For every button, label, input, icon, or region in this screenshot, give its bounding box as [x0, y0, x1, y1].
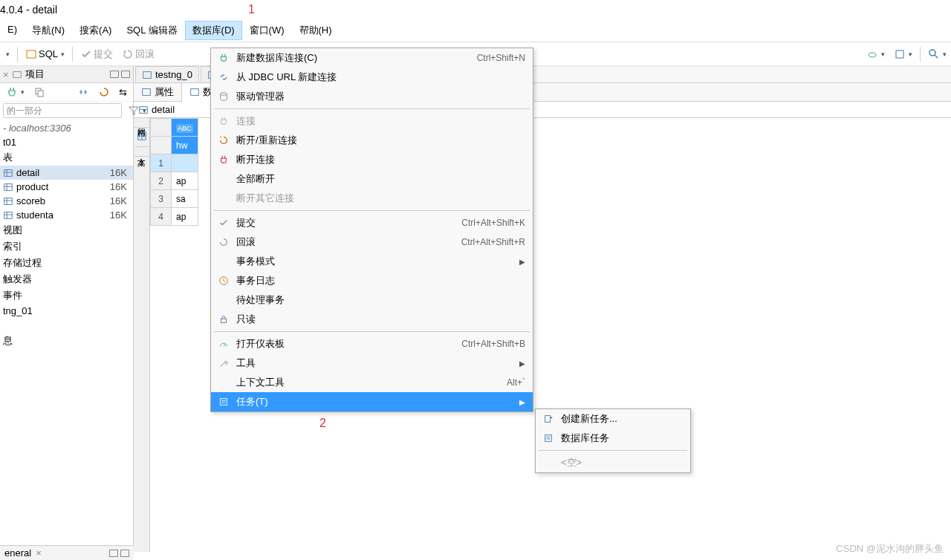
tree-node[interactable]: scoreb16K — [0, 194, 133, 208]
menu-item[interactable]: 数据库(D) — [185, 21, 242, 40]
menu-item[interactable]: 帮助(H) — [292, 21, 340, 40]
tree-node[interactable]: t01 — [0, 135, 133, 149]
cell[interactable]: sa — [172, 190, 198, 208]
menu-item[interactable]: 驱动管理器 — [211, 87, 533, 106]
type-badge: ABC — [176, 124, 193, 133]
tree-node[interactable]: detail16K — [0, 166, 133, 180]
text-view-tab[interactable]: 文本 — [134, 147, 149, 157]
corner-cell-2[interactable] — [151, 137, 172, 154]
column-header[interactable]: ABC — [172, 119, 198, 137]
plug-icon — [6, 86, 18, 98]
close-icon[interactable]: × — [36, 547, 42, 559]
panel-controls[interactable] — [109, 550, 129, 557]
toolbar-search-button[interactable]: ▾ — [925, 47, 950, 62]
menu-item: 断开其它连接 — [211, 189, 533, 208]
svg-rect-14 — [4, 198, 13, 204]
menu-item[interactable]: 数据库任务 — [536, 429, 690, 448]
copy-button[interactable] — [30, 85, 48, 100]
new-conn-button[interactable]: ▾ — [3, 85, 27, 100]
close-icon[interactable]: × — [3, 69, 9, 80]
menu-item-label: 只读 — [236, 313, 525, 326]
cell[interactable]: ap — [172, 172, 198, 190]
cell[interactable]: ap — [172, 208, 198, 226]
menu-item[interactable]: 只读 — [211, 310, 533, 329]
watermark: CSDN @泥水沟的胖头鱼 — [836, 542, 944, 556]
svg-point-3 — [929, 50, 935, 56]
toolbar-task-button[interactable]: ▾ — [891, 47, 915, 62]
table-row[interactable]: 1 — [151, 154, 198, 172]
sub-tab[interactable]: 属性 — [134, 83, 182, 101]
rollback-button[interactable]: 回滚 — [119, 46, 158, 62]
table-row[interactable]: 3sa — [151, 190, 198, 208]
tree-node[interactable]: 事件 — [0, 287, 133, 304]
filter-input[interactable] — [3, 103, 122, 118]
tree-label: t01 — [3, 137, 16, 148]
menu-item[interactable]: 待处理事务 — [211, 290, 533, 310]
svg-line-4 — [935, 55, 938, 58]
menu-item[interactable]: 新建数据库连接(C)Ctrl+Shift+N — [211, 48, 533, 68]
table-row[interactable]: 4ap — [151, 208, 198, 226]
toolbar-cloud-button[interactable]: ▾ — [863, 47, 888, 62]
menu-item[interactable]: 回滚Ctrl+Alt+Shift+R — [211, 232, 533, 252]
menu-item[interactable]: 从 JDBC URL 新建连接 — [211, 68, 533, 87]
search-icon — [928, 48, 940, 60]
menu-item[interactable]: 窗口(W) — [242, 21, 292, 40]
row-number[interactable]: 4 — [151, 208, 172, 226]
menu-item[interactable]: 任务(T)▶ — [211, 392, 533, 411]
commit-button[interactable]: 提交 — [77, 46, 116, 62]
row-number[interactable]: 1 — [151, 154, 172, 172]
tasks-submenu[interactable]: 创建新任务...数据库任务<空> — [535, 408, 691, 473]
connection-node[interactable]: - localhost:3306 — [0, 121, 133, 135]
menu-item[interactable]: 创建新任务... — [536, 409, 690, 429]
tree-node[interactable]: 存储过程 — [0, 255, 133, 271]
tree-node[interactable]: studenta16K — [0, 208, 133, 222]
column-name[interactable]: hw — [172, 137, 198, 154]
navigator-tree[interactable]: - localhost:3306 t01表detail16Kproduct16K… — [0, 120, 133, 351]
menu-item[interactable]: E) — [0, 21, 25, 40]
menu-item[interactable]: 打开仪表板Ctrl+Alt+Shift+B — [211, 334, 533, 354]
menu-item-icon — [217, 116, 230, 126]
menu-item[interactable]: 事务日志 — [211, 271, 533, 290]
editor-tab[interactable]: testng_0 — [135, 66, 199, 82]
menu-item[interactable]: 断开连接 — [211, 150, 533, 169]
link-button[interactable] — [74, 85, 92, 100]
sql-button[interactable]: SQL ▾ — [22, 47, 68, 62]
bottom-panel-tab[interactable]: eneral × — [0, 545, 134, 560]
menu-item[interactable]: 上下文工具Alt+` — [211, 373, 533, 392]
refresh-button[interactable] — [95, 85, 113, 100]
database-menu[interactable]: 新建数据库连接(C)Ctrl+Shift+N从 JDBC URL 新建连接驱动管… — [210, 48, 533, 412]
tree-node[interactable]: tng_01 — [0, 304, 133, 318]
tree-node[interactable]: product16K — [0, 180, 133, 194]
menu-item[interactable]: 导航(N) — [25, 21, 72, 40]
menu-item[interactable]: SQL 编辑器 — [119, 21, 184, 40]
menu-item[interactable]: 断开/重新连接 — [211, 131, 533, 150]
menu-item-icon — [542, 414, 555, 424]
menubar: E)导航(N)搜索(A)SQL 编辑器数据库(D)窗口(W)帮助(H) — [0, 19, 951, 42]
table-row[interactable]: 2ap — [151, 172, 198, 190]
toolbar-button[interactable]: ▾ — [1, 49, 13, 59]
grid-view-tab[interactable]: 网格 — [134, 118, 149, 128]
copy-icon — [33, 86, 45, 98]
tree-node[interactable]: 息 — [0, 333, 133, 349]
menu-item[interactable]: 搜索(A) — [72, 21, 119, 40]
result-table[interactable]: ABC hw 12ap3sa4ap — [150, 118, 198, 226]
tree-node[interactable]: 表 — [0, 149, 133, 166]
breadcrumb-table[interactable]: detail — [152, 104, 175, 115]
collapse-button[interactable]: ⇆ — [116, 85, 130, 100]
tree-node[interactable]: 视图 — [0, 222, 133, 238]
cell[interactable] — [172, 154, 198, 172]
menu-item-label: 创建新任务... — [561, 412, 683, 426]
grid-view-icon[interactable] — [135, 128, 149, 147]
panel-controls[interactable] — [110, 71, 130, 78]
tree-node[interactable]: 触发器 — [0, 271, 133, 287]
row-number[interactable]: 2 — [151, 172, 172, 190]
menu-item[interactable]: 提交Ctrl+Alt+Shift+K — [211, 213, 533, 232]
menu-item[interactable]: 事务模式▶ — [211, 252, 533, 271]
menu-item[interactable]: 工具▶ — [211, 354, 533, 373]
row-number[interactable]: 3 — [151, 190, 172, 208]
menu-item-icon — [217, 358, 230, 368]
filter-row: ▾ — [0, 102, 133, 120]
menu-item[interactable]: 全部断开 — [211, 169, 533, 189]
corner-cell[interactable] — [151, 119, 172, 137]
tree-node[interactable]: 索引 — [0, 238, 133, 255]
